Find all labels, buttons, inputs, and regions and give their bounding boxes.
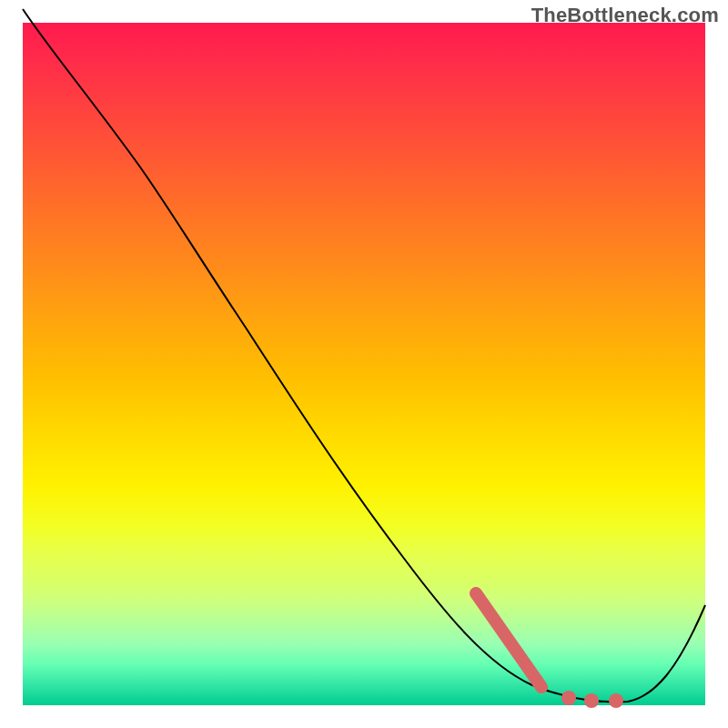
bottleneck-curve: [23, 9, 705, 702]
optimal-zone-dot: [584, 693, 599, 708]
optimal-zone-dot: [609, 693, 623, 708]
optimal-zone-segment: [476, 593, 541, 687]
optimal-zone-dot: [561, 691, 576, 705]
chart-svg: [23, 23, 705, 705]
